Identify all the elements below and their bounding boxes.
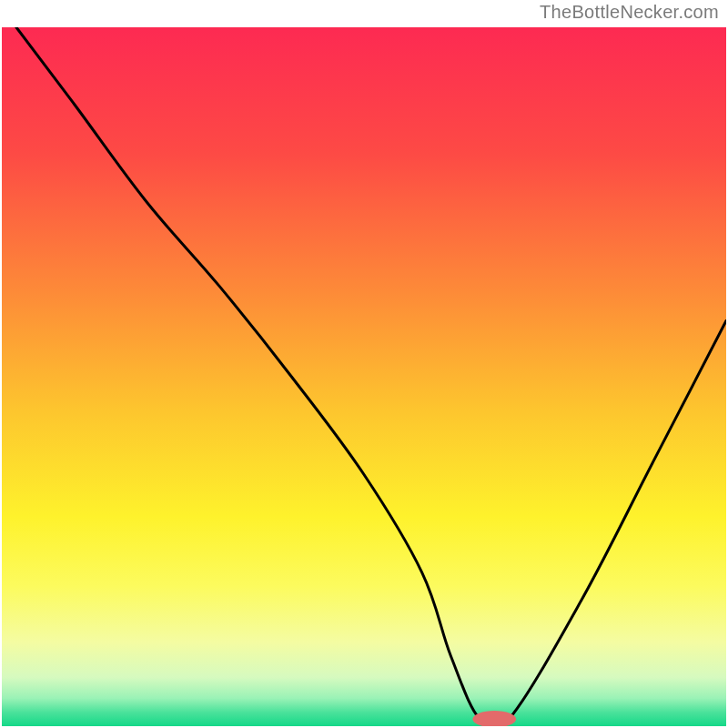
gradient-background xyxy=(2,27,726,726)
optimal-marker xyxy=(472,711,516,727)
attribution-label: TheBottleNecker.com xyxy=(540,2,719,23)
chart-container: TheBottleNecker.com xyxy=(0,0,728,728)
bottleneck-chart xyxy=(0,0,728,728)
